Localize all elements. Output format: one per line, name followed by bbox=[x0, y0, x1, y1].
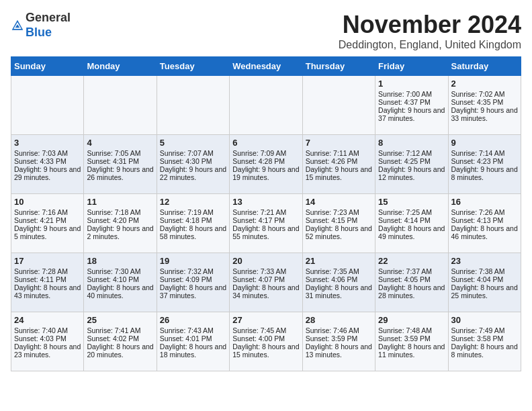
day-info: Daylight: 9 hours and 29 minutes. bbox=[14, 165, 81, 181]
day-info: Daylight: 8 hours and 23 minutes. bbox=[14, 342, 81, 359]
day-info: Sunset: 4:01 PM bbox=[160, 334, 226, 342]
title-block: November 2024 Deddington, England, Unite… bbox=[339, 11, 521, 51]
calendar-week-2: 3Sunrise: 7:03 AMSunset: 4:33 PMDaylight… bbox=[11, 135, 521, 194]
day-info: Sunset: 4:02 PM bbox=[87, 334, 153, 342]
day-number: 1 bbox=[378, 79, 445, 89]
day-info: Sunset: 4:06 PM bbox=[306, 275, 372, 283]
page-header: General Blue November 2024 Deddington, E… bbox=[11, 11, 521, 51]
location: Deddington, England, United Kingdom bbox=[339, 39, 521, 51]
calendar-cell: 23Sunrise: 7:38 AMSunset: 4:04 PMDayligh… bbox=[448, 253, 521, 312]
day-number: 10 bbox=[14, 197, 81, 207]
calendar-cell: 27Sunrise: 7:45 AMSunset: 4:00 PMDayligh… bbox=[230, 312, 302, 371]
calendar-cell: 7Sunrise: 7:11 AMSunset: 4:26 PMDaylight… bbox=[302, 135, 375, 194]
day-info: Daylight: 9 hours and 8 minutes. bbox=[451, 165, 518, 181]
day-number: 6 bbox=[232, 138, 299, 148]
day-info: Sunrise: 7:02 AM bbox=[451, 90, 518, 98]
calendar-week-5: 24Sunrise: 7:40 AMSunset: 4:03 PMDayligh… bbox=[11, 312, 521, 371]
day-info: Sunset: 4:21 PM bbox=[14, 216, 81, 224]
day-info: Daylight: 8 hours and 58 minutes. bbox=[160, 224, 226, 240]
day-number: 17 bbox=[14, 256, 81, 266]
day-info: Sunrise: 7:30 AM bbox=[87, 267, 153, 275]
calendar-cell: 25Sunrise: 7:41 AMSunset: 4:02 PMDayligh… bbox=[84, 312, 157, 371]
day-number: 30 bbox=[451, 315, 518, 325]
day-info: Daylight: 8 hours and 37 minutes. bbox=[160, 283, 226, 300]
calendar-cell: 22Sunrise: 7:37 AMSunset: 4:05 PMDayligh… bbox=[375, 253, 448, 312]
calendar-cell: 15Sunrise: 7:25 AMSunset: 4:14 PMDayligh… bbox=[375, 194, 448, 253]
day-number: 28 bbox=[306, 315, 372, 325]
day-info: Sunset: 3:59 PM bbox=[306, 334, 372, 342]
day-info: Sunrise: 7:49 AM bbox=[451, 326, 518, 334]
calendar-cell: 17Sunrise: 7:28 AMSunset: 4:11 PMDayligh… bbox=[11, 253, 84, 312]
day-number: 18 bbox=[87, 256, 153, 266]
day-info: Sunset: 4:35 PM bbox=[451, 98, 518, 106]
day-number: 12 bbox=[160, 197, 226, 207]
day-info: Sunrise: 7:43 AM bbox=[160, 326, 226, 334]
calendar-table: SundayMondayTuesdayWednesdayThursdayFrid… bbox=[11, 56, 521, 371]
day-number: 27 bbox=[232, 315, 299, 325]
day-info: Sunset: 4:17 PM bbox=[232, 216, 299, 224]
day-info: Sunrise: 7:05 AM bbox=[87, 149, 153, 157]
calendar-cell: 12Sunrise: 7:19 AMSunset: 4:18 PMDayligh… bbox=[157, 194, 229, 253]
day-number: 9 bbox=[451, 138, 518, 148]
day-info: Daylight: 9 hours and 26 minutes. bbox=[87, 165, 153, 181]
day-info: Daylight: 8 hours and 8 minutes. bbox=[451, 342, 518, 359]
day-info: Daylight: 8 hours and 31 minutes. bbox=[306, 283, 372, 300]
day-header-tuesday: Tuesday bbox=[157, 57, 229, 76]
day-number: 24 bbox=[14, 315, 81, 325]
day-info: Sunrise: 7:03 AM bbox=[14, 149, 81, 157]
day-info: Daylight: 8 hours and 55 minutes. bbox=[232, 224, 299, 240]
day-info: Sunset: 4:30 PM bbox=[160, 157, 226, 165]
day-info: Daylight: 8 hours and 49 minutes. bbox=[378, 224, 445, 240]
day-info: Sunset: 4:05 PM bbox=[378, 275, 445, 283]
day-info: Sunrise: 7:00 AM bbox=[378, 90, 445, 98]
day-info: Daylight: 8 hours and 34 minutes. bbox=[232, 283, 299, 300]
day-info: Sunrise: 7:32 AM bbox=[160, 267, 226, 275]
calendar-week-1: 1Sunrise: 7:00 AMSunset: 4:37 PMDaylight… bbox=[11, 76, 521, 135]
day-info: Sunrise: 7:19 AM bbox=[160, 208, 226, 216]
calendar-cell: 8Sunrise: 7:12 AMSunset: 4:25 PMDaylight… bbox=[375, 135, 448, 194]
calendar-cell: 5Sunrise: 7:07 AMSunset: 4:30 PMDaylight… bbox=[157, 135, 229, 194]
calendar-cell: 28Sunrise: 7:46 AMSunset: 3:59 PMDayligh… bbox=[302, 312, 375, 371]
day-info: Sunrise: 7:37 AM bbox=[378, 267, 445, 275]
day-info: Sunset: 4:11 PM bbox=[14, 275, 81, 283]
day-info: Sunrise: 7:21 AM bbox=[232, 208, 299, 216]
day-info: Sunrise: 7:16 AM bbox=[14, 208, 81, 216]
day-info: Sunset: 4:10 PM bbox=[87, 275, 153, 283]
calendar-cell: 14Sunrise: 7:23 AMSunset: 4:15 PMDayligh… bbox=[302, 194, 375, 253]
calendar-cell: 24Sunrise: 7:40 AMSunset: 4:03 PMDayligh… bbox=[11, 312, 84, 371]
day-info: Sunset: 4:28 PM bbox=[232, 157, 299, 165]
day-info: Sunrise: 7:23 AM bbox=[306, 208, 372, 216]
day-info: Daylight: 9 hours and 5 minutes. bbox=[14, 224, 81, 240]
logo: General Blue bbox=[11, 11, 71, 40]
day-info: Sunset: 4:33 PM bbox=[14, 157, 81, 165]
calendar-cell: 13Sunrise: 7:21 AMSunset: 4:17 PMDayligh… bbox=[230, 194, 302, 253]
day-info: Sunrise: 7:26 AM bbox=[451, 208, 518, 216]
day-info: Sunset: 3:59 PM bbox=[378, 334, 445, 342]
day-number: 3 bbox=[14, 138, 81, 148]
day-info: Sunset: 4:31 PM bbox=[87, 157, 153, 165]
day-info: Sunrise: 7:07 AM bbox=[160, 149, 226, 157]
calendar-cell: 4Sunrise: 7:05 AMSunset: 4:31 PMDaylight… bbox=[84, 135, 157, 194]
calendar-cell: 29Sunrise: 7:48 AMSunset: 3:59 PMDayligh… bbox=[375, 312, 448, 371]
day-info: Sunset: 4:07 PM bbox=[232, 275, 299, 283]
day-header-sunday: Sunday bbox=[11, 57, 84, 76]
day-info: Sunrise: 7:18 AM bbox=[87, 208, 153, 216]
day-info: Daylight: 9 hours and 19 minutes. bbox=[232, 165, 299, 181]
calendar-cell: 16Sunrise: 7:26 AMSunset: 4:13 PMDayligh… bbox=[448, 194, 521, 253]
day-info: Daylight: 9 hours and 33 minutes. bbox=[451, 106, 518, 122]
calendar-cell: 21Sunrise: 7:35 AMSunset: 4:06 PMDayligh… bbox=[302, 253, 375, 312]
logo-general: General bbox=[26, 11, 71, 24]
day-info: Daylight: 9 hours and 2 minutes. bbox=[87, 224, 153, 240]
day-number: 13 bbox=[232, 197, 299, 207]
day-info: Daylight: 9 hours and 12 minutes. bbox=[378, 165, 445, 181]
calendar-cell: 30Sunrise: 7:49 AMSunset: 3:58 PMDayligh… bbox=[448, 312, 521, 371]
day-info: Daylight: 8 hours and 15 minutes. bbox=[232, 342, 299, 359]
day-number: 4 bbox=[87, 138, 153, 148]
calendar-cell: 26Sunrise: 7:43 AMSunset: 4:01 PMDayligh… bbox=[157, 312, 229, 371]
day-header-thursday: Thursday bbox=[302, 57, 375, 76]
day-info: Daylight: 9 hours and 37 minutes. bbox=[378, 106, 445, 122]
day-number: 26 bbox=[160, 315, 226, 325]
day-info: Sunrise: 7:33 AM bbox=[232, 267, 299, 275]
day-info: Sunrise: 7:48 AM bbox=[378, 326, 445, 334]
day-number: 15 bbox=[378, 197, 445, 207]
